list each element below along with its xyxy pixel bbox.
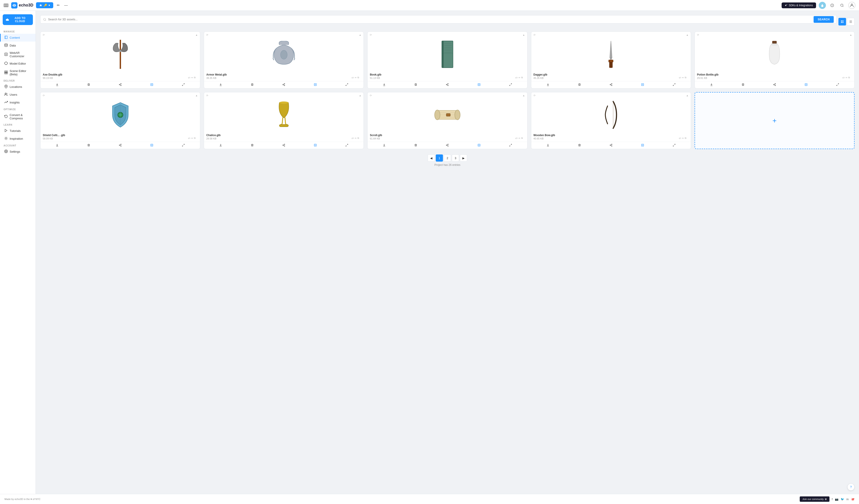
add-button[interactable] (477, 83, 481, 86)
tag-icon[interactable]: 🏷 (515, 76, 518, 79)
add-to-cloud-button[interactable]: ADD TO CLOUD (3, 14, 33, 25)
search-button[interactable] (839, 2, 846, 9)
download-button[interactable] (55, 143, 59, 147)
sidebar-item-content[interactable]: Content (0, 34, 35, 42)
expand-button[interactable] (509, 83, 512, 86)
pencil-icon[interactable]: ✏ (518, 137, 520, 140)
pagination-page-2[interactable]: 2 (444, 155, 451, 162)
download-button[interactable] (382, 83, 386, 86)
logo[interactable]: echo3D (11, 2, 33, 9)
sync-icon[interactable]: ⟳ (43, 94, 45, 97)
pencil-icon[interactable]: ✏ (846, 76, 847, 79)
download-button[interactable] (219, 143, 223, 147)
download-button[interactable] (546, 143, 550, 147)
delete-button[interactable] (414, 143, 418, 147)
copy-icon[interactable]: ⧉ (521, 76, 523, 79)
expand-button[interactable] (836, 83, 840, 86)
download-button[interactable] (55, 83, 59, 86)
sidebar-item-scene-editor[interactable]: Scene Editor (Beta) (0, 67, 35, 78)
pencil-icon[interactable]: ✏ (355, 76, 357, 79)
share-button[interactable] (446, 83, 449, 86)
pencil-icon[interactable]: ✏ (355, 137, 357, 140)
pagination-page-1[interactable]: 1 (436, 155, 443, 162)
delete-button[interactable] (741, 83, 745, 86)
sync-icon[interactable]: ⟳ (533, 94, 536, 97)
search-submit-button[interactable]: SEARCH (814, 16, 834, 23)
copy-icon[interactable]: ⧉ (358, 76, 359, 79)
tag-icon[interactable]: 🏷 (679, 76, 681, 79)
collapse-icon[interactable]: ▲ (359, 33, 361, 36)
sync-icon[interactable]: ⟳ (697, 33, 699, 36)
footer-linkedin[interactable]: in (846, 498, 849, 501)
collapse-icon[interactable]: ▲ (523, 94, 525, 97)
expand-button[interactable] (181, 83, 185, 86)
share-button[interactable] (118, 143, 122, 147)
sidebar-item-users[interactable]: Users (0, 91, 35, 98)
tag-icon[interactable]: 🏷 (679, 137, 681, 140)
list-view-button[interactable] (847, 18, 855, 26)
copy-icon[interactable]: ⧉ (194, 137, 196, 140)
pencil-icon[interactable]: ✏ (682, 76, 684, 79)
pagination-page-3[interactable]: 3 (452, 155, 459, 162)
add-button[interactable] (804, 83, 808, 86)
info-button[interactable] (829, 2, 836, 9)
footer-instagram[interactable]: 📷 (835, 498, 839, 501)
copy-icon[interactable]: ⧉ (358, 137, 359, 140)
tag-icon[interactable]: 🏷 (352, 76, 354, 79)
add-button[interactable] (313, 83, 317, 86)
share-button[interactable] (282, 143, 286, 147)
add-button[interactable] (477, 143, 481, 147)
delete-button[interactable] (250, 83, 254, 86)
expand-button[interactable] (181, 143, 185, 147)
pagination-prev[interactable]: ◀ (428, 155, 435, 162)
expand-button[interactable] (509, 143, 512, 147)
delete-button[interactable] (577, 143, 582, 147)
sidebar-item-inspiration[interactable]: Inspiration (0, 135, 35, 143)
share-button[interactable] (609, 143, 613, 147)
copy-icon[interactable]: ⧉ (194, 76, 196, 79)
share-button[interactable] (773, 83, 777, 86)
add-button[interactable] (150, 83, 154, 86)
pencil-icon[interactable]: ✏ (191, 137, 193, 140)
sidebar-item-convert[interactable]: Convert & Compress (0, 112, 35, 122)
copy-icon[interactable]: ⧉ (848, 76, 850, 79)
tag-icon[interactable]: 🏷 (188, 76, 190, 79)
pencil-icon[interactable]: ✏ (682, 137, 684, 140)
copy-icon[interactable]: ⧉ (521, 137, 523, 140)
pencil-icon[interactable]: ✏ (191, 76, 193, 79)
tag-icon[interactable]: 🏷 (842, 76, 845, 79)
delete-button[interactable] (414, 83, 418, 86)
tag-icon[interactable]: 🏷 (352, 137, 354, 140)
collapse-icon[interactable]: ▲ (195, 94, 198, 97)
sync-icon[interactable]: ⟳ (370, 33, 372, 36)
collapse-icon[interactable]: ▲ (523, 33, 525, 36)
footer-github[interactable]: 🐙 (851, 498, 855, 501)
tag-icon[interactable]: 🏷 (515, 137, 518, 140)
add-button[interactable] (150, 143, 154, 147)
share-button[interactable] (282, 83, 286, 86)
user-avatar-button[interactable] (848, 2, 856, 9)
expand-button[interactable] (345, 83, 349, 86)
tag-icon[interactable]: 🏷 (188, 137, 190, 140)
copy-icon[interactable]: ⧉ (685, 137, 686, 140)
delete-button[interactable] (87, 143, 91, 147)
share-button[interactable] (118, 83, 122, 86)
download-button[interactable] (710, 83, 713, 86)
collapse-icon[interactable]: ▲ (195, 33, 198, 36)
minus-button[interactable]: — (63, 2, 69, 8)
collapse-icon[interactable]: ▲ (359, 94, 361, 97)
sidebar-item-webar[interactable]: WebAR Customizer (0, 49, 35, 60)
delete-button[interactable] (577, 83, 582, 86)
add-asset-card[interactable]: + (695, 92, 855, 149)
expand-button[interactable] (672, 143, 676, 147)
footer-twitter[interactable]: 🐦 (841, 498, 844, 501)
add-button[interactable] (641, 83, 645, 86)
expand-button[interactable] (345, 143, 349, 147)
sync-icon[interactable]: ⟳ (533, 33, 536, 36)
download-button[interactable] (546, 83, 550, 86)
sidebar-item-tutorials[interactable]: Tutorials (0, 127, 35, 135)
share-button[interactable] (609, 83, 613, 86)
sidebar-item-locations[interactable]: Locations (0, 83, 35, 91)
add-button[interactable] (313, 143, 317, 147)
add-button[interactable] (641, 143, 645, 147)
